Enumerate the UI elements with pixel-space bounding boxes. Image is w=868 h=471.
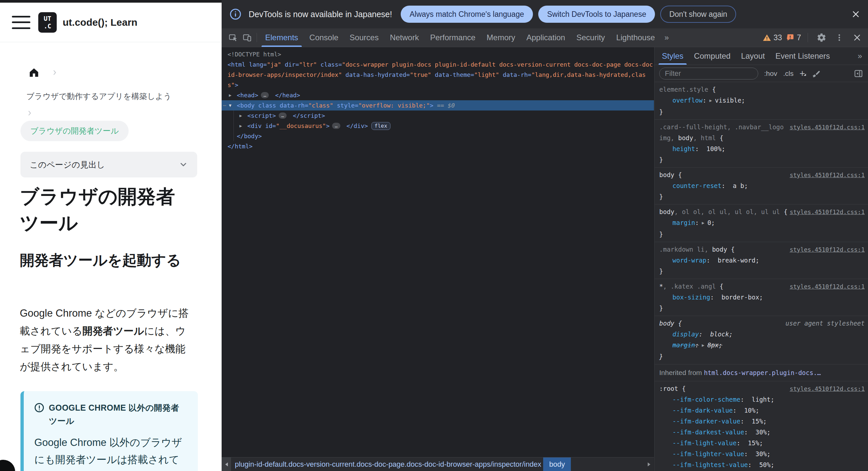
tab-sources[interactable]: Sources <box>344 28 384 47</box>
breadcrumb-html-crumb[interactable]: plugin-id-default.docs-version-current.d… <box>235 460 541 469</box>
dom-tree-row[interactable]: id-browser-apps/inspector/index" data-ha… <box>222 70 654 80</box>
breadcrumb-prev-icon[interactable] <box>222 458 231 471</box>
dom-tree-row[interactable]: ▶<div id="__docusaurus">… </div>flex <box>222 121 654 131</box>
tab-security[interactable]: Security <box>571 28 611 47</box>
dom-tree-row[interactable]: <html lang="ja" dir="ltr" class="docs-wr… <box>222 59 654 70</box>
new-style-rule-button[interactable]: + <box>799 70 805 77</box>
css-property-row[interactable]: margin:▶8px; <box>659 340 865 351</box>
css-rule[interactable]: styles.4510f12d.css:1:root {--ifm-color-… <box>655 381 868 471</box>
expand-inline-icon[interactable]: … <box>332 123 340 129</box>
floating-button[interactable] <box>0 460 15 471</box>
tab-network[interactable]: Network <box>384 28 425 47</box>
sidebar-more-tabs-icon[interactable]: » <box>858 52 866 61</box>
stylesheet-link[interactable]: styles.4510f12d.css:1 <box>789 244 865 255</box>
styles-filter-input[interactable] <box>659 68 758 80</box>
toggle-class-button[interactable]: .cls <box>783 70 794 77</box>
expand-value-icon[interactable]: ▶ <box>702 340 705 351</box>
more-tabs-icon[interactable]: » <box>660 33 673 42</box>
breadcrumb-section-label[interactable]: ブラウザで動作するアプリを構築しよう <box>26 91 172 102</box>
css-rule[interactable]: element.style {overflow:▶visible;} <box>655 82 868 120</box>
css-rule[interactable]: styles.4510f12d.css:1body {counter-reset… <box>655 167 868 205</box>
devtools-close-icon[interactable] <box>850 33 864 42</box>
dom-tree-row[interactable]: s"> <box>222 80 654 90</box>
notification-action-button[interactable]: Always match Chrome's language <box>401 6 533 23</box>
css-property-row[interactable]: word-wrap: break-word; <box>659 255 865 266</box>
css-property-row[interactable]: --ifm-lightest-value: 50%; <box>659 460 865 470</box>
notification-message: DevTools is now available in Japanese! <box>249 9 392 19</box>
dom-tree-row[interactable]: <!DOCTYPE html> <box>222 49 654 59</box>
dom-tree-row[interactable]: ▶<head>… </head> <box>222 90 654 100</box>
css-rule[interactable]: styles.4510f12d.css:1*, .katex .angl {bo… <box>655 279 868 316</box>
breadcrumb-selected-crumb[interactable]: body <box>543 458 571 471</box>
warnings-badge[interactable]: 33 <box>763 33 782 42</box>
css-property-row[interactable]: counter-reset: a b; <box>659 181 865 191</box>
css-selector: , ol ol, ol ul, ul ol, ul ul <box>674 208 784 215</box>
stylesheet-link[interactable]: styles.4510f12d.css:1 <box>789 207 865 217</box>
css-property-row[interactable]: --ifm-dark-value: 10%; <box>659 405 865 416</box>
tab-application[interactable]: Application <box>521 28 570 47</box>
expand-arrow-icon[interactable]: ▶ <box>240 121 242 131</box>
dom-tree-row[interactable]: ⋯▼<body class data-rh="class" style="ove… <box>222 100 654 111</box>
notification-close-icon[interactable] <box>851 10 860 19</box>
issues-badge[interactable]: 7 <box>786 33 801 42</box>
css-rule[interactable]: user agent stylesheetbody {display: bloc… <box>655 316 868 365</box>
css-property-row[interactable]: --ifm-darkest-value: 30%; <box>659 427 865 438</box>
expand-arrow-icon[interactable]: ▶ <box>229 90 231 100</box>
kebab-menu-icon[interactable] <box>832 33 846 42</box>
node-options-icon[interactable]: ⋯ <box>223 100 226 111</box>
css-property-name: overflow <box>673 97 703 104</box>
toggle-sidebar-icon[interactable] <box>854 69 863 78</box>
css-property-row[interactable]: display: block; <box>659 329 865 340</box>
expand-arrow-icon[interactable]: ▼ <box>229 100 231 111</box>
inspect-element-icon[interactable] <box>226 28 240 47</box>
expand-inline-icon[interactable]: … <box>279 113 287 119</box>
css-property-row[interactable]: --ifm-color-scheme: light; <box>659 394 865 405</box>
expand-value-icon[interactable]: ▶ <box>702 217 705 228</box>
settings-gear-icon[interactable] <box>814 33 829 42</box>
expand-value-icon[interactable]: ▶ <box>709 95 712 106</box>
sidebar-tab-computed[interactable]: Computed <box>689 47 736 65</box>
css-property-row[interactable]: --ifm-darker-value: 15%; <box>659 416 865 427</box>
brush-icon[interactable] <box>811 69 821 78</box>
tab-memory[interactable]: Memory <box>481 28 521 47</box>
css-property-row[interactable]: margin:▶0; <box>659 217 865 229</box>
css-rule[interactable]: styles.4510f12d.css:1body, ol ol, ol ul,… <box>655 205 868 242</box>
site-title[interactable]: ut.code(); Learn <box>63 17 137 28</box>
css-property-row[interactable]: box-sizing: border-box; <box>659 292 865 303</box>
tab-elements[interactable]: Elements <box>259 28 304 47</box>
site-logo[interactable]: UT .C <box>38 12 57 33</box>
device-toolbar-icon[interactable] <box>240 28 254 47</box>
dom-tree-row[interactable]: ▶<script>… </script> <box>222 111 654 121</box>
expand-arrow-icon[interactable]: ▶ <box>240 111 242 121</box>
css-rule[interactable]: styles.4510f12d.css:1.markdown li, body … <box>655 242 868 279</box>
css-rule[interactable]: styles.4510f12d.css:1.card--full-height,… <box>655 120 868 167</box>
notification-action-button[interactable]: Switch DevTools to Japanese <box>538 6 655 23</box>
hamburger-menu-button[interactable] <box>12 16 30 29</box>
stylesheet-link[interactable]: styles.4510f12d.css:1 <box>789 383 865 394</box>
tab-lighthouse[interactable]: Lighthouse <box>611 28 660 47</box>
tab-performance[interactable]: Performance <box>425 28 481 47</box>
css-property-row[interactable]: --ifm-light-value: 15%; <box>659 438 865 448</box>
stylesheet-link[interactable]: styles.4510f12d.css:1 <box>789 122 865 133</box>
flex-badge[interactable]: flex <box>371 122 391 130</box>
toc-toggle[interactable]: このページの見出し <box>21 152 197 178</box>
breadcrumb-next-icon[interactable] <box>644 462 654 467</box>
tab-console[interactable]: Console <box>304 28 344 47</box>
stylesheet-link[interactable]: styles.4510f12d.css:1 <box>789 169 865 181</box>
css-property-row[interactable]: --ifm-lighter-value: 30%; <box>659 448 865 460</box>
sidebar-tab-layout[interactable]: Layout <box>736 47 770 65</box>
toggle-hover-state-button[interactable]: :hov <box>764 70 777 77</box>
inherited-from-link[interactable]: html.docs-wrapper.plugin-docs.… <box>704 369 821 376</box>
sidebar-tab-event-listeners[interactable]: Event Listeners <box>770 47 835 65</box>
css-selector: , <box>693 134 701 142</box>
home-icon[interactable] <box>28 67 39 78</box>
css-property-row[interactable]: height: 100%; <box>659 144 865 154</box>
dom-tree-row[interactable]: </html> <box>222 141 654 151</box>
dont-show-again-button[interactable]: Don't show again <box>660 6 736 23</box>
breadcrumb-current-pill[interactable]: ブラウザの開発者ツール <box>21 121 129 141</box>
dom-tree-row[interactable]: </body> <box>222 131 654 141</box>
stylesheet-link[interactable]: styles.4510f12d.css:1 <box>789 281 865 292</box>
sidebar-tab-styles[interactable]: Styles <box>657 47 689 65</box>
expand-inline-icon[interactable]: … <box>261 92 269 98</box>
css-property-row[interactable]: overflow:▶visible; <box>659 95 865 106</box>
